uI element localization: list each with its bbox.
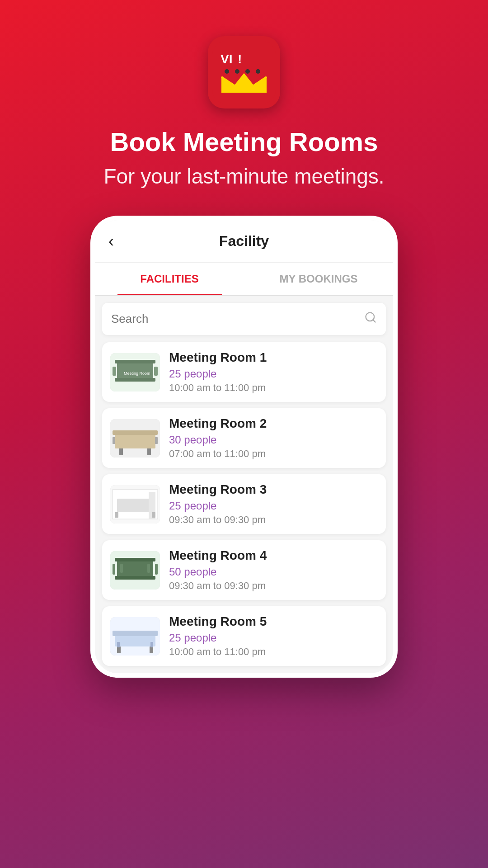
room-capacity: 25 people — [169, 368, 378, 380]
phone-mockup: ‹ Facility FACILITIES MY BOOKINGS — [90, 216, 398, 678]
room-card[interactable]: Meeting Room 4 50 people 09:30 am to 09:… — [102, 540, 386, 600]
svg-rect-40 — [113, 631, 158, 636]
room-name: Meeting Room 2 — [169, 416, 378, 431]
svg-rect-18 — [115, 433, 155, 448]
svg-rect-34 — [113, 564, 115, 575]
search-container — [102, 303, 386, 335]
room-card[interactable]: Meeting Room Meeting Room 1 25 people 10… — [102, 342, 386, 402]
svg-rect-20 — [119, 448, 123, 455]
svg-rect-22 — [113, 437, 115, 444]
room-image — [110, 419, 160, 458]
room-info: Meeting Room 4 50 people 09:30 am to 09:… — [169, 548, 378, 592]
room-image — [110, 485, 160, 524]
room-card[interactable]: Meeting Room 5 25 people 10:00 am to 11:… — [102, 606, 386, 666]
svg-point-4 — [235, 69, 239, 74]
room-time: 10:00 am to 11:00 pm — [169, 382, 378, 394]
room-time: 07:00 am to 11:00 pm — [169, 448, 378, 460]
svg-rect-43 — [117, 642, 120, 647]
svg-rect-41 — [117, 646, 121, 653]
room-capacity: 50 people — [169, 566, 378, 578]
room-card[interactable]: Meeting Room 3 25 people 09:30 am to 09:… — [102, 474, 386, 534]
svg-rect-32 — [115, 558, 155, 561]
room-image — [110, 617, 160, 656]
svg-text:VI: VI — [221, 52, 232, 66]
svg-rect-33 — [115, 576, 155, 580]
svg-rect-28 — [115, 512, 118, 518]
svg-rect-23 — [155, 437, 158, 444]
phone-screen: ‹ Facility FACILITIES MY BOOKINGS — [95, 220, 393, 673]
room-info: Meeting Room 5 25 people 10:00 am to 11:… — [169, 614, 378, 658]
room-info: Meeting Room 2 30 people 07:00 am to 11:… — [169, 416, 378, 460]
svg-rect-0 — [212, 41, 276, 104]
tab-facilities[interactable]: FACILITIES — [95, 263, 244, 295]
screen-title: Facility — [219, 233, 269, 250]
hero-section: Book Meeting Rooms For your last-minute … — [103, 127, 384, 189]
room-capacity: 25 people — [169, 500, 378, 512]
screen-header: ‹ Facility — [95, 220, 393, 263]
room-list: Meeting Room Meeting Room 1 25 people 10… — [95, 342, 393, 673]
room-info: Meeting Room 3 25 people 09:30 am to 09:… — [169, 482, 378, 526]
room-name: Meeting Room 5 — [169, 614, 378, 629]
room-name: Meeting Room 1 — [169, 350, 378, 365]
room-capacity: 30 people — [169, 434, 378, 446]
room-time: 09:30 am to 09:30 pm — [169, 514, 378, 526]
app-icon-svg: VI ! — [212, 41, 276, 104]
svg-rect-26 — [117, 499, 153, 512]
room-time: 10:00 am to 11:00 pm — [169, 646, 378, 658]
svg-point-6 — [256, 69, 260, 74]
svg-rect-42 — [150, 646, 153, 653]
svg-point-3 — [225, 69, 229, 74]
svg-rect-19 — [113, 430, 158, 435]
svg-rect-37 — [147, 564, 150, 573]
search-input[interactable] — [111, 312, 364, 326]
tab-my-bookings[interactable]: MY BOOKINGS — [244, 263, 393, 295]
hero-title: Book Meeting Rooms — [103, 127, 384, 157]
app-icon: VI ! — [208, 36, 280, 108]
svg-line-8 — [373, 320, 375, 322]
search-icon — [364, 311, 377, 327]
svg-text:!: ! — [238, 52, 242, 66]
back-button[interactable]: ‹ — [108, 232, 114, 251]
svg-rect-35 — [155, 564, 158, 575]
room-name: Meeting Room 3 — [169, 482, 378, 497]
svg-rect-44 — [150, 642, 153, 647]
svg-rect-21 — [147, 448, 151, 455]
room-image: Meeting Room — [110, 353, 160, 392]
room-time: 09:30 am to 09:30 pm — [169, 580, 378, 592]
room-info: Meeting Room 1 25 people 10:00 am to 11:… — [169, 350, 378, 394]
svg-rect-36 — [120, 564, 123, 573]
app-icon-wrapper: VI ! — [208, 36, 280, 108]
svg-text:Meeting Room: Meeting Room — [124, 371, 150, 376]
tabs-container: FACILITIES MY BOOKINGS — [95, 263, 393, 296]
svg-rect-29 — [152, 512, 155, 518]
room-image — [110, 551, 160, 590]
hero-subtitle: For your last-minute meetings. — [103, 164, 384, 189]
svg-point-5 — [245, 69, 250, 74]
room-capacity: 25 people — [169, 632, 378, 644]
room-card[interactable]: Meeting Room 2 30 people 07:00 am to 11:… — [102, 408, 386, 468]
room-name: Meeting Room 4 — [169, 548, 378, 563]
